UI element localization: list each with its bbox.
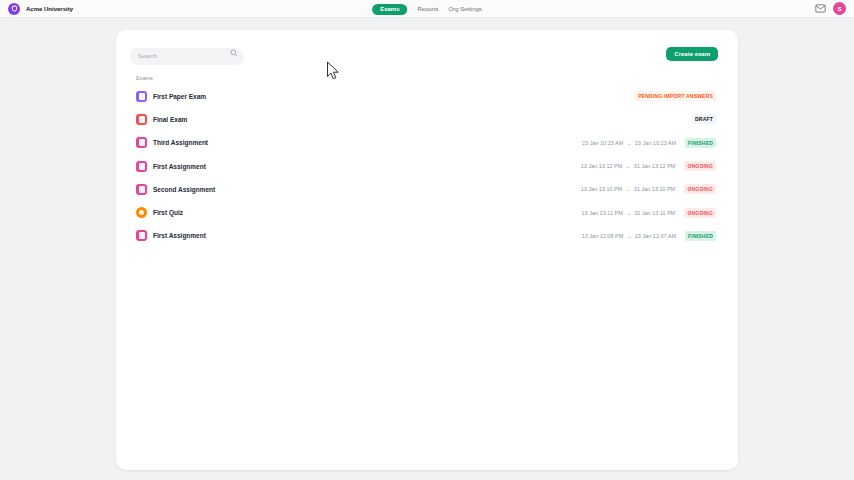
start-date: 13 Jan 13:12 PM [581,163,623,169]
assignment-icon [136,137,147,148]
arrow-right-icon: → [626,233,632,239]
exams-panel: Create exam Exams First Paper Exam PENDI… [116,30,738,470]
exam-name: First Assignment [153,232,206,239]
assignment-icon [136,184,147,195]
assignment-icon [136,230,147,241]
exam-name: First Assignment [153,163,206,170]
toolbar: Create exam [116,30,738,65]
end-date: 23 Jan 10:23 AM [635,140,676,146]
end-date: 31 Jan 13:11 PM [634,210,675,216]
exam-row[interactable]: First Paper Exam PENDING IMPORT ANSWERS [136,85,716,108]
org-name: Acme University [26,6,73,12]
start-date: 23 Jan 10:23 AM [582,140,623,146]
exam-schedule: 23 Jan 10:23 AM → 23 Jan 10:23 AM [582,140,676,146]
exam-row[interactable]: First Assignment 13 Jan 12:08 PM → 23 Ja… [136,224,716,247]
exam-schedule: 13 Jan 13:12 PM → 31 Jan 13:12 PM [581,163,676,169]
exam-schedule: 13 Jan 12:08 PM → 23 Jan 12:07 AM [582,233,676,239]
exam-row[interactable]: First Assignment 13 Jan 13:12 PM → 31 Ja… [136,154,716,177]
status-badge: ONGOING [684,208,716,218]
start-date: 13 Jan 13:10 PM [581,186,623,192]
exam-name: Third Assignment [153,139,208,146]
arrow-right-icon: → [626,210,632,216]
exam-name: First Paper Exam [153,93,206,100]
exam-row[interactable]: Final Exam DRAFT [136,108,716,131]
section-label-exams: Exams [116,65,738,85]
exam-schedule: 13 Jan 13:10 PM → 31 Jan 13:10 PM [581,186,676,192]
end-date: 31 Jan 13:10 PM [634,186,676,192]
mail-icon[interactable] [815,4,826,13]
shield-icon [8,3,20,15]
status-badge: ONGOING [684,184,716,194]
exam-row[interactable]: Second Assignment 13 Jan 13:10 PM → 31 J… [136,178,716,201]
arrow-right-icon: → [625,186,631,192]
assignment-icon [136,161,147,172]
exam-list: First Paper Exam PENDING IMPORT ANSWERS … [116,85,738,248]
arrow-right-icon: → [626,140,632,146]
top-bar: Acme University Exams Reports Org Settin… [0,0,854,18]
top-bar-right: S [815,2,846,15]
end-date: 31 Jan 13:12 PM [634,163,676,169]
quiz-icon [136,207,147,218]
start-date: 13 Jan 12:08 PM [582,233,624,239]
end-date: 23 Jan 12:07 AM [635,233,676,239]
exam-row[interactable]: First Quiz 13 Jan 13:11 PM → 31 Jan 13:1… [136,201,716,224]
status-badge: FINISHED [685,138,716,148]
paper-exam-icon [136,91,147,102]
start-date: 13 Jan 13:11 PM [582,210,623,216]
tab-exams[interactable]: Exams [372,4,407,15]
status-badge: ONGOING [684,161,716,171]
arrow-right-icon: → [625,163,631,169]
avatar[interactable]: S [833,2,846,15]
search-wrap [130,44,244,65]
nav-tabs: Exams Reports Org Settings [372,0,482,18]
search-icon [230,49,238,57]
exam-icon [136,114,147,125]
exam-name: Final Exam [153,116,187,123]
tab-reports[interactable]: Reports [417,6,438,12]
exam-name: Second Assignment [153,186,215,193]
exam-name: First Quiz [153,209,183,216]
exam-schedule: 13 Jan 13:11 PM → 31 Jan 13:11 PM [582,210,676,216]
status-badge: DRAFT [692,114,716,124]
brand: Acme University [8,3,73,15]
search-input[interactable] [130,48,244,65]
create-exam-button[interactable]: Create exam [666,47,718,61]
exam-row[interactable]: Third Assignment 23 Jan 10:23 AM → 23 Ja… [136,131,716,154]
status-badge: FINISHED [685,231,716,241]
status-badge: PENDING IMPORT ANSWERS [635,91,716,101]
tab-org-settings[interactable]: Org Settings [449,6,482,12]
